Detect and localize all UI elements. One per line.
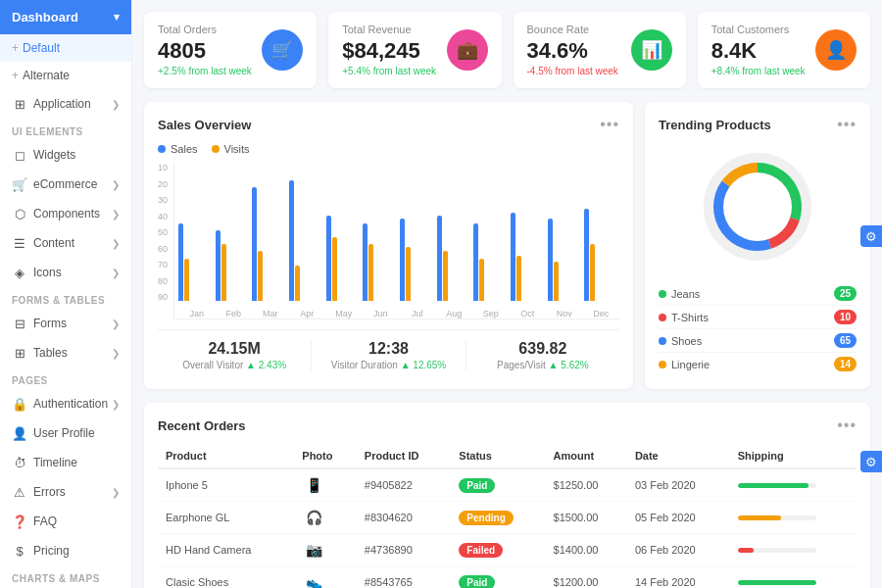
plus-icon: +: [12, 41, 19, 55]
sidebar-item-user-profile[interactable]: 👤User Profile: [0, 418, 131, 448]
sidebar-item-alternate[interactable]: +Alternate: [0, 62, 131, 89]
sidebar-item-content[interactable]: ☰Content❯: [0, 228, 131, 258]
prod-badge-shoes: 65: [834, 333, 857, 348]
order-status: Paid: [451, 566, 545, 589]
bar-sales-oct: [511, 213, 515, 301]
sidebar-item-errors[interactable]: ⚠Errors❯: [0, 477, 131, 507]
recent-orders-menu[interactable]: •••: [837, 416, 857, 434]
donut-chart-container: [659, 143, 857, 270]
sidebar-item-inner-user-profile: 👤User Profile: [12, 425, 95, 441]
sidebar-header[interactable]: Dashboard ▾: [0, 0, 131, 34]
stat-card-total-revenue: Total Revenue $84,245 +5.4% from last we…: [328, 12, 501, 88]
sidebar-item-timeline[interactable]: ⏱Timeline: [0, 448, 131, 477]
bar-sales-feb: [216, 230, 220, 301]
sidebar-item-widgets[interactable]: ◻Widgets: [0, 140, 131, 170]
trending-products-card: Trending Products ••• Jeans 25 T-Shirts …: [645, 102, 870, 389]
bar-group-mar: [252, 187, 287, 301]
chevron-icon-components: ❯: [112, 209, 120, 220]
bar-group-jul: [400, 219, 435, 301]
chart-stat-value: 24.15M: [158, 340, 311, 358]
orders-header-row: ProductPhotoProduct IDStatusAmountDateSh…: [158, 444, 857, 468]
bar-sales-jan: [178, 223, 183, 301]
bar-sales-dec: [584, 209, 589, 301]
y-label-80: 80: [158, 276, 168, 286]
bar-group-sep: [473, 223, 509, 301]
chevron-icon-icons: ❯: [112, 268, 120, 278]
chevron-icon-content: ❯: [112, 238, 120, 249]
sales-overview-menu[interactable]: •••: [600, 116, 619, 133]
sidebar-item-inner-icons: ◈Icons: [12, 265, 62, 280]
prod-name-shoes: Shoes: [659, 335, 702, 347]
order-product-id: #8543765: [357, 566, 451, 589]
bar-visits-may: [332, 237, 337, 301]
stat-icon-total-orders: 🛒: [262, 29, 303, 71]
orders-table: ProductPhotoProduct IDStatusAmountDateSh…: [158, 444, 857, 588]
sidebar-label-pricing: Pricing: [33, 544, 70, 558]
order-date: 06 Feb 2020: [627, 534, 730, 566]
bar-group-feb: [216, 230, 251, 301]
legend-dot-visits: [212, 145, 220, 153]
sidebar-item-inner-application: ⊞Application: [12, 96, 91, 112]
gear-icon-2[interactable]: ⚙: [860, 451, 882, 472]
chevron-icon-application: ❯: [112, 99, 120, 110]
stat-change-bounce-rate: -4.5% from last week: [527, 66, 618, 76]
order-shipping: [730, 468, 857, 502]
chevron-icon-ecommerce: ❯: [112, 179, 120, 190]
pricing-icon: $: [12, 543, 27, 559]
sidebar-label-widgets: Widgets: [33, 148, 75, 162]
gear-icon-1[interactable]: ⚙: [860, 225, 882, 247]
stat-change-total-orders: +2.5% from last week: [158, 66, 252, 76]
prod-name-t-shirts: T-Shirts: [659, 312, 709, 323]
sidebar-item-forms[interactable]: ⊟Forms❯: [0, 309, 131, 338]
bar-visits-sep: [479, 259, 484, 301]
sidebar-label-application: Application: [33, 97, 91, 111]
sidebar-item-authentication[interactable]: 🔒Authentication❯: [0, 389, 131, 418]
sidebar-item-tables[interactable]: ⊞Tables❯: [0, 338, 131, 368]
bar-sales-sep: [473, 223, 478, 301]
chart-stat-label: Pages/Visit ▲ 5.62%: [466, 360, 619, 370]
prod-name-jeans: Jeans: [659, 288, 700, 300]
stat-card-info-bounce-rate: Bounce Rate 34.6% -4.5% from last week: [527, 24, 618, 76]
prod-dot-shoes: [659, 337, 666, 345]
col-photo: Photo: [294, 444, 357, 468]
faq-icon: ❓: [12, 514, 27, 529]
sidebar-item-default[interactable]: +Default: [0, 34, 131, 62]
order-date: 14 Feb 2020: [627, 566, 730, 589]
bar-sales-aug: [437, 216, 442, 301]
x-label-feb: Feb: [216, 309, 253, 318]
sidebar-item-application[interactable]: ⊞Application❯: [0, 89, 131, 119]
col-shipping: Shipping: [730, 444, 857, 468]
icons-icon: ◈: [12, 265, 27, 280]
authentication-icon: 🔒: [12, 396, 27, 412]
bar-group-jan: [178, 223, 214, 301]
y-label-70: 70: [158, 260, 168, 270]
sidebar-label-authentication: Authentication: [33, 397, 108, 411]
bar-visits-nov: [554, 262, 559, 301]
x-label-jan: Jan: [178, 309, 216, 318]
order-product: Clasic Shoes: [158, 566, 294, 589]
y-label-60: 60: [158, 244, 168, 254]
sidebar-item-faq[interactable]: ❓FAQ: [0, 507, 131, 536]
product-legend-list: Jeans 25 T-Shirts 10 Shoes 65 Lingerie 1…: [659, 282, 857, 375]
trending-menu[interactable]: •••: [837, 116, 857, 133]
sidebar-label-tables: Tables: [33, 346, 68, 360]
shipping-bar-fill: [738, 580, 816, 585]
sidebar-item-inner-alternate: +Alternate: [12, 69, 70, 82]
order-status: Pending: [451, 502, 545, 534]
sidebar-item-ecommerce[interactable]: 🛒eCommerce❯: [0, 170, 131, 199]
sidebar-item-pricing[interactable]: $Pricing: [0, 536, 131, 565]
sidebar-item-components[interactable]: ⬡Components❯: [0, 199, 131, 228]
plus-icon: +: [12, 69, 19, 82]
prod-dot-t-shirts: [659, 314, 666, 321]
prod-dot-jeans: [659, 290, 666, 298]
donut-chart: [694, 143, 821, 270]
sidebar-section-pages: PAGES: [0, 368, 131, 389]
bar-group-may: [326, 216, 362, 301]
y-label-10: 10: [158, 163, 168, 172]
bar-visits-jan: [184, 259, 189, 301]
order-shipping: [730, 502, 857, 534]
sidebar-item-icons[interactable]: ◈Icons❯: [0, 258, 131, 287]
col-date: Date: [627, 444, 730, 468]
bar-sales-nov: [548, 219, 553, 301]
stat-card-info-total-orders: Total Orders 4805 +2.5% from last week: [158, 24, 252, 76]
